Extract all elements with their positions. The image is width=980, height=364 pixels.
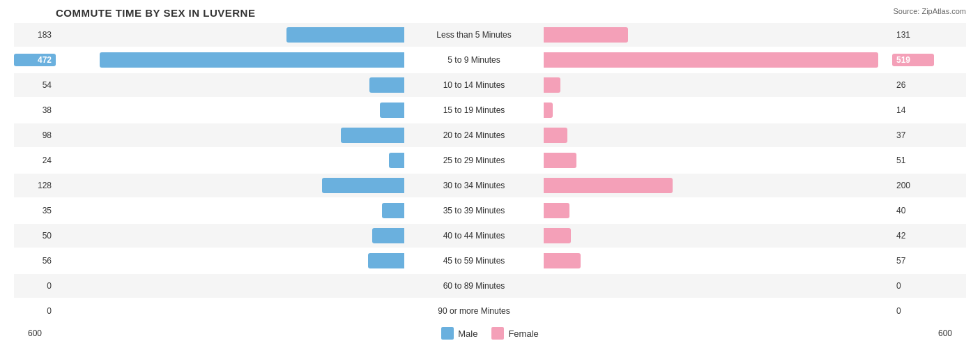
male-value: 35 bbox=[14, 206, 56, 215]
female-bar bbox=[544, 153, 576, 168]
male-value: 0 bbox=[14, 306, 56, 316]
chart-row: 183 Less than 5 Minutes 131 bbox=[14, 23, 966, 47]
female-bar-area bbox=[544, 303, 892, 319]
row-label: 90 or more Minutes bbox=[404, 306, 544, 316]
male-bar bbox=[286, 27, 404, 43]
legend-female: Female bbox=[491, 327, 538, 340]
female-bar-area bbox=[544, 253, 892, 268]
female-bar bbox=[544, 228, 571, 243]
female-value: 0 bbox=[892, 281, 934, 291]
chart-row: 128 30 to 34 Minutes 200 bbox=[14, 174, 966, 197]
row-label: 30 to 34 Minutes bbox=[404, 181, 544, 190]
chart-legend: Male Female bbox=[441, 327, 539, 340]
male-bar bbox=[322, 178, 404, 193]
chart-row: 0 60 to 89 Minutes 0 bbox=[14, 274, 966, 298]
female-value: 0 bbox=[892, 306, 934, 316]
female-value: 26 bbox=[892, 80, 934, 90]
female-value: 40 bbox=[892, 206, 934, 215]
chart-rows: 183 Less than 5 Minutes 131 472 5 to 9 M… bbox=[14, 23, 966, 323]
male-value: 98 bbox=[14, 130, 56, 140]
chart-footer: 600 Male Female 600 bbox=[14, 327, 966, 340]
chart-row: 35 35 to 39 Minutes 40 bbox=[14, 199, 966, 222]
male-value: 24 bbox=[14, 156, 56, 165]
legend-male-box bbox=[441, 327, 454, 340]
male-bar bbox=[372, 228, 404, 243]
male-bar bbox=[389, 153, 404, 168]
male-value: 0 bbox=[14, 281, 56, 291]
female-bar-area bbox=[544, 153, 892, 168]
male-bar-area bbox=[56, 178, 404, 193]
row-label: 5 to 9 Minutes bbox=[404, 55, 544, 65]
male-bar-area bbox=[56, 153, 404, 168]
female-value: 131 bbox=[892, 30, 934, 40]
female-value: 37 bbox=[892, 130, 934, 140]
female-value: 519 bbox=[892, 54, 934, 66]
female-value: 42 bbox=[892, 231, 934, 241]
male-bar bbox=[341, 128, 404, 143]
male-bar-area bbox=[56, 303, 404, 319]
row-label: 10 to 14 Minutes bbox=[404, 80, 544, 90]
legend-female-label: Female bbox=[508, 328, 538, 339]
female-bar bbox=[544, 203, 569, 218]
male-bar-area bbox=[56, 253, 404, 268]
footer-right-value: 600 bbox=[938, 328, 966, 338]
chart-container: COMMUTE TIME BY SEX IN LUVERNE Source: Z… bbox=[0, 0, 980, 364]
male-bar bbox=[368, 253, 404, 268]
male-value: 56 bbox=[14, 256, 56, 266]
female-bar-area bbox=[544, 52, 892, 68]
row-label: 40 to 44 Minutes bbox=[404, 231, 544, 241]
female-bar-area bbox=[544, 178, 892, 193]
male-bar bbox=[100, 52, 404, 68]
female-bar-area bbox=[544, 128, 892, 143]
female-value: 57 bbox=[892, 256, 934, 266]
chart-row: 50 40 to 44 Minutes 42 bbox=[14, 224, 966, 248]
row-label: 60 to 89 Minutes bbox=[404, 281, 544, 291]
female-bar-area bbox=[544, 77, 892, 93]
footer-left-value: 600 bbox=[14, 328, 42, 338]
female-value: 51 bbox=[892, 156, 934, 165]
row-label: 25 to 29 Minutes bbox=[404, 156, 544, 165]
female-bar-area bbox=[544, 203, 892, 218]
row-label: 15 to 19 Minutes bbox=[404, 105, 544, 115]
chart-row: 56 45 to 59 Minutes 57 bbox=[14, 249, 966, 273]
male-bar bbox=[382, 203, 404, 218]
female-bar-area bbox=[544, 27, 892, 43]
chart-row: 472 5 to 9 Minutes 519 bbox=[14, 48, 966, 72]
row-label: 45 to 59 Minutes bbox=[404, 256, 544, 266]
female-bar-area bbox=[544, 278, 892, 294]
male-bar-area bbox=[56, 27, 404, 43]
female-value: 14 bbox=[892, 105, 934, 115]
male-bar-area bbox=[56, 77, 404, 93]
legend-female-box bbox=[491, 327, 504, 340]
male-value: 54 bbox=[14, 80, 56, 90]
male-value: 38 bbox=[14, 105, 56, 115]
chart-row: 24 25 to 29 Minutes 51 bbox=[14, 149, 966, 172]
row-label: Less than 5 Minutes bbox=[404, 30, 544, 40]
row-label: 20 to 24 Minutes bbox=[404, 130, 544, 140]
male-value: 128 bbox=[14, 181, 56, 190]
female-value: 200 bbox=[892, 181, 934, 190]
female-bar bbox=[544, 52, 878, 68]
male-bar-area bbox=[56, 103, 404, 118]
female-bar-area bbox=[544, 228, 892, 243]
male-value: 183 bbox=[14, 30, 56, 40]
male-value: 50 bbox=[14, 231, 56, 241]
legend-male: Male bbox=[441, 327, 477, 340]
row-label: 35 to 39 Minutes bbox=[404, 206, 544, 215]
chart-row: 54 10 to 14 Minutes 26 bbox=[14, 73, 966, 97]
male-bar-area bbox=[56, 128, 404, 143]
source-label: Source: ZipAtlas.com bbox=[893, 7, 966, 15]
chart-title: COMMUTE TIME BY SEX IN LUVERNE bbox=[14, 7, 966, 19]
male-value: 472 bbox=[14, 54, 56, 66]
female-bar bbox=[544, 178, 673, 193]
female-bar bbox=[544, 103, 553, 118]
chart-row: 98 20 to 24 Minutes 37 bbox=[14, 123, 966, 147]
chart-row: 38 15 to 19 Minutes 14 bbox=[14, 98, 966, 122]
male-bar-area bbox=[56, 278, 404, 294]
female-bar-area bbox=[544, 103, 892, 118]
female-bar bbox=[544, 253, 581, 268]
male-bar bbox=[380, 103, 404, 118]
male-bar bbox=[369, 77, 404, 93]
female-bar bbox=[544, 128, 567, 143]
male-bar-area bbox=[56, 228, 404, 243]
